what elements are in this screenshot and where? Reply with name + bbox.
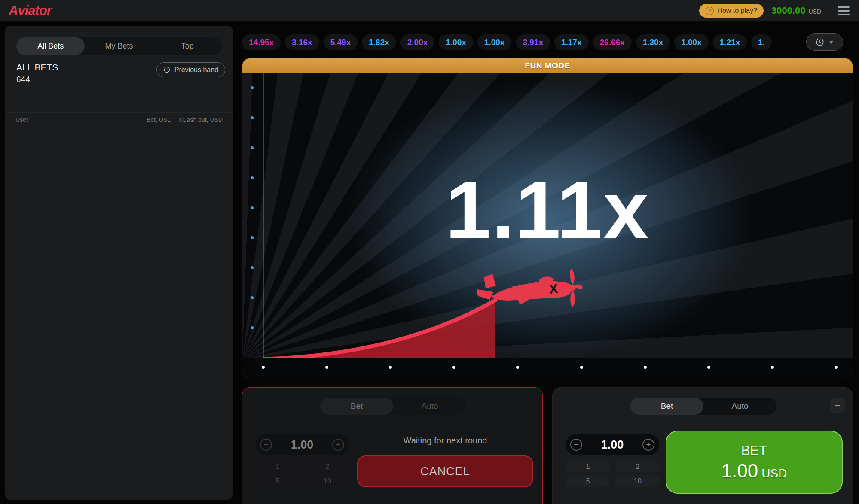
increase-bet-button[interactable]: + bbox=[332, 439, 344, 451]
game-area: 1.11x X FUN MODE bbox=[242, 58, 853, 378]
menu-icon[interactable] bbox=[837, 5, 850, 17]
question-icon: ? bbox=[706, 7, 714, 15]
bet-button-amount: 1.00 bbox=[721, 460, 758, 481]
quick-bet-chip[interactable]: 5 bbox=[566, 475, 610, 487]
bets-table-header: User Bet, USD X Cash out, USD bbox=[5, 112, 233, 126]
fun-mode-banner: FUN MODE bbox=[242, 58, 853, 73]
cancel-bet-button[interactable]: CANCEL bbox=[357, 455, 533, 487]
y-axis-dot bbox=[251, 266, 254, 269]
multiplier-history-row: 14.95x3.16x5.49x1.82x2.00x1.00x1.00x3.91… bbox=[242, 33, 799, 51]
history-multiplier-chip[interactable]: 3.91x bbox=[516, 34, 550, 50]
quick-bet-chip[interactable]: 1 bbox=[566, 461, 610, 472]
top-bar: Aviator ? How to play? 3000.00 USD bbox=[0, 0, 859, 22]
all-bets-title: ALL BETS bbox=[16, 62, 58, 73]
column-multiplier: X bbox=[178, 116, 182, 123]
x-axis-dot bbox=[707, 366, 710, 369]
bet-panel-left: Bet Auto − 1.00 + 12510 Waiting for next… bbox=[242, 387, 543, 504]
quick-bet-chip[interactable]: 5 bbox=[255, 475, 300, 487]
svg-text:X: X bbox=[549, 281, 559, 296]
quick-bet-grid: 12510 bbox=[255, 461, 350, 487]
column-user: User bbox=[15, 116, 147, 123]
previous-hand-label: Previous hand bbox=[174, 66, 218, 74]
history-clock-icon bbox=[163, 66, 171, 73]
history-multiplier-chip[interactable]: 1.00x bbox=[439, 34, 473, 50]
bets-sidebar: All Bets My Bets Top ALL BETS 644 Previo… bbox=[5, 26, 233, 500]
tab-auto[interactable]: Auto bbox=[393, 398, 466, 415]
x-axis-dot bbox=[580, 366, 583, 369]
x-axis-dot bbox=[516, 366, 519, 369]
y-axis-dot bbox=[251, 326, 254, 329]
history-multiplier-chip[interactable]: 1.21x bbox=[713, 34, 747, 50]
balance-amount: 3000.00 bbox=[771, 5, 806, 16]
tab-my-bets[interactable]: My Bets bbox=[85, 37, 153, 55]
how-to-play-label: How to play? bbox=[717, 7, 757, 15]
x-axis-dot bbox=[389, 366, 392, 369]
x-axis-dot bbox=[835, 366, 838, 369]
y-axis-dot bbox=[251, 146, 254, 149]
place-bet-button[interactable]: BET 1.00USD bbox=[666, 431, 843, 494]
quick-bet-chip[interactable]: 1 bbox=[255, 461, 300, 472]
bet-auto-tabs: Bet Auto bbox=[320, 398, 466, 415]
aviator-logo: Aviator bbox=[9, 3, 52, 18]
x-axis-dot bbox=[452, 366, 455, 369]
divider bbox=[829, 5, 829, 17]
history-multiplier-chip[interactable]: 1.00x bbox=[674, 34, 709, 50]
quick-bet-chip[interactable]: 2 bbox=[615, 461, 660, 472]
history-clock-icon bbox=[815, 37, 825, 47]
all-bets-count: 644 bbox=[16, 75, 58, 84]
tab-all-bets[interactable]: All Bets bbox=[16, 37, 85, 55]
collapse-panel-button[interactable]: − bbox=[830, 398, 845, 413]
waiting-status: Waiting for next round bbox=[357, 436, 533, 446]
history-multiplier-chip[interactable]: 26.66x bbox=[593, 34, 632, 50]
column-bet: Bet, USD bbox=[147, 116, 171, 123]
round-history-button[interactable]: ▼ bbox=[806, 33, 843, 51]
bet-amount-value[interactable]: 1.00 bbox=[291, 438, 314, 452]
bet-amount-stepper: − 1.00 + bbox=[255, 434, 349, 455]
balance: 3000.00 USD bbox=[771, 5, 821, 16]
bet-button-currency: USD bbox=[761, 467, 787, 480]
history-multiplier-chip[interactable]: 5.49x bbox=[324, 34, 358, 50]
history-multiplier-chip[interactable]: 1.30x bbox=[636, 34, 670, 50]
x-axis-dot bbox=[644, 366, 647, 369]
column-cashout: Cash out, USD bbox=[183, 116, 223, 123]
history-multiplier-chip[interactable]: 1.82x bbox=[362, 34, 396, 50]
y-axis-dot bbox=[251, 86, 254, 89]
history-multiplier-chip[interactable]: 1.00x bbox=[477, 34, 512, 50]
chevron-down-icon: ▼ bbox=[828, 39, 834, 46]
tab-bet[interactable]: Bet bbox=[320, 398, 393, 415]
decrease-bet-button[interactable]: − bbox=[570, 439, 582, 451]
increase-bet-button[interactable]: + bbox=[642, 439, 654, 451]
sidebar-tabs: All Bets My Bets Top bbox=[16, 37, 222, 55]
history-multiplier-chip[interactable]: 3.16x bbox=[285, 34, 319, 50]
x-axis-dot bbox=[262, 366, 265, 369]
quick-bet-grid: 12510 bbox=[566, 461, 660, 487]
tab-auto[interactable]: Auto bbox=[703, 398, 776, 415]
history-multiplier-chip[interactable]: 2.00x bbox=[400, 34, 435, 50]
previous-hand-button[interactable]: Previous hand bbox=[156, 62, 225, 77]
quick-bet-chip[interactable]: 10 bbox=[305, 475, 350, 487]
y-axis-dot bbox=[251, 116, 254, 119]
history-multiplier-chip[interactable]: 14.95x bbox=[242, 34, 281, 50]
quick-bet-chip[interactable]: 10 bbox=[615, 475, 660, 487]
balance-currency: USD bbox=[808, 8, 821, 15]
history-multiplier-chip[interactable]: 1. bbox=[751, 34, 772, 50]
tab-top[interactable]: Top bbox=[153, 37, 222, 55]
bet-panel-right: Bet Auto − − 1.00 + 12510 BET 1.00USD bbox=[552, 387, 853, 504]
history-multiplier-chip[interactable]: 1.17x bbox=[554, 34, 589, 50]
quick-bet-chip[interactable]: 2 bbox=[305, 461, 350, 472]
x-axis-dots bbox=[262, 366, 838, 369]
bet-amount-stepper: − 1.00 + bbox=[566, 434, 659, 455]
bet-auto-tabs: Bet Auto bbox=[630, 398, 776, 415]
bet-button-label: BET bbox=[741, 443, 767, 458]
y-axis-dot bbox=[251, 296, 254, 299]
tab-bet[interactable]: Bet bbox=[630, 398, 703, 415]
bet-amount-value[interactable]: 1.00 bbox=[601, 438, 624, 452]
current-multiplier: 1.11x bbox=[242, 169, 853, 251]
x-axis-dot bbox=[771, 366, 774, 369]
decrease-bet-button[interactable]: − bbox=[260, 439, 272, 451]
plane-icon: X bbox=[467, 262, 587, 314]
x-axis-dot bbox=[325, 366, 328, 369]
how-to-play-button[interactable]: ? How to play? bbox=[699, 4, 764, 18]
